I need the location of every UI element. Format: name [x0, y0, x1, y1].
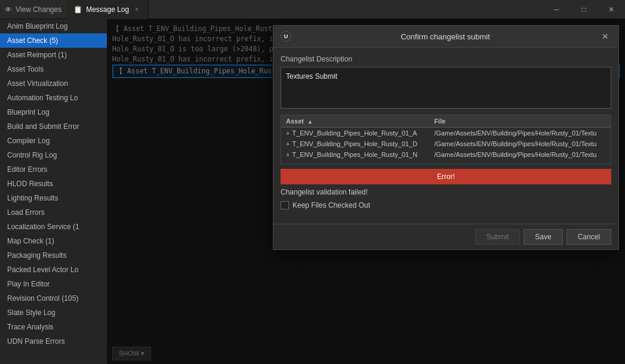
sidebar-item-10[interactable]: Editor Errors	[0, 162, 107, 177]
save-button[interactable]: Save	[524, 229, 562, 245]
sidebar-item-12[interactable]: Lighting Results	[0, 191, 107, 205]
file-cell: /Game/Assets/ENV/Building/Pipes/Hole/Rus…	[429, 149, 611, 160]
window-controls: ─ □ ✕	[543, 0, 625, 19]
tab-close-button[interactable]: ×	[133, 5, 141, 14]
title-bar: 👁 View Changes 📋 Message Log × ─ □ ✕	[0, 0, 625, 19]
add-icon: +	[286, 151, 290, 158]
sidebar-item-18[interactable]: Play In Editor	[0, 277, 107, 291]
table-row[interactable]: +T_ENV_Building_Pipes_Hole_Rusty_01_N /G…	[281, 149, 611, 160]
table-row[interactable]: +T_ENV_Building_Pipes_Hole_Rusty_01_D /G…	[281, 138, 611, 149]
file-column-header[interactable]: File	[429, 115, 611, 128]
sidebar-item-8[interactable]: Compiler Log	[0, 134, 107, 148]
assets-table-container: Asset ▲ File +T_ENV_Building_Pipes_Hole_…	[281, 115, 611, 164]
sidebar-item-21[interactable]: Trace Analysis	[0, 320, 107, 334]
add-icon: +	[286, 140, 290, 147]
file-cell: /Game/Assets/ENV/Building/Pipes/Hole/Rus…	[429, 138, 611, 149]
sidebar-item-17[interactable]: Packed Level Actor Lo	[0, 263, 107, 277]
cancel-button[interactable]: Cancel	[566, 229, 611, 245]
asset-cell: +T_ENV_Building_Pipes_Hole_Rusty_01_A	[281, 128, 429, 139]
sidebar-item-9[interactable]: Control Rig Log	[0, 148, 107, 162]
sidebar-item-0[interactable]: Anim Blueprint Log	[0, 19, 107, 33]
ue-logo: U	[281, 31, 291, 42]
asset-cell: +T_ENV_Building_Pipes_Hole_Rusty_01_N	[281, 149, 429, 160]
doc-icon: 📋	[73, 5, 82, 14]
eye-icon: 👁	[5, 5, 12, 14]
sidebar-item-14[interactable]: Localization Service (1	[0, 220, 107, 234]
sidebar-item-4[interactable]: Asset Virtualization	[0, 76, 107, 91]
modal-footer: Submit Save Cancel	[273, 224, 618, 249]
validation-message: Changelist validation failed!	[281, 188, 611, 196]
file-cell: /Game/Assets/ENV/Building/Pipes/Hole/Rus…	[429, 128, 611, 139]
modal-close-button[interactable]: ✕	[599, 30, 611, 42]
asset-column-header[interactable]: Asset ▲	[281, 115, 429, 128]
keep-files-label: Keep Files Checked Out	[293, 201, 370, 209]
modal-header: U Confirm changelist submit ✕	[273, 26, 618, 48]
changelist-label: Changelist Description	[281, 55, 611, 63]
minimize-button[interactable]: ─	[543, 0, 570, 19]
assets-table: Asset ▲ File +T_ENV_Building_Pipes_Hole_…	[281, 115, 611, 160]
table-header-row: Asset ▲ File	[281, 115, 611, 128]
sidebar-item-3[interactable]: Asset Tools	[0, 62, 107, 76]
keep-files-checkbox[interactable]	[281, 201, 289, 209]
sidebar-item-2[interactable]: Asset Reimport (1)	[0, 48, 107, 62]
modal-overlay: U Confirm changelist submit ✕ Changelist…	[107, 19, 625, 364]
sidebar-item-20[interactable]: Slate Style Log	[0, 306, 107, 320]
error-bar: Error!	[281, 169, 611, 184]
sidebar-item-1[interactable]: Asset Check (5)	[0, 33, 107, 48]
table-row[interactable]: +T_ENV_Building_Pipes_Hole_Rusty_01_A /G…	[281, 128, 611, 139]
keep-files-row: Keep Files Checked Out	[281, 201, 611, 209]
sidebar-item-6[interactable]: Blueprint Log	[0, 105, 107, 119]
confirm-changelist-modal: U Confirm changelist submit ✕ Changelist…	[273, 25, 619, 250]
tab-message-log[interactable]: 📋 Message Log ×	[66, 0, 149, 19]
sidebar-item-19[interactable]: Revision Control (105)	[0, 291, 107, 306]
asset-cell: +T_ENV_Building_Pipes_Hole_Rusty_01_D	[281, 138, 429, 149]
changelist-description[interactable]: Textures Submit	[281, 67, 611, 109]
sidebar-item-16[interactable]: Packaging Results	[0, 248, 107, 263]
tab-view-changes[interactable]: 👁 View Changes	[0, 5, 66, 14]
maximize-button[interactable]: □	[570, 0, 598, 19]
sidebar: Anim Blueprint LogAsset Check (5)Asset R…	[0, 19, 107, 364]
sidebar-item-15[interactable]: Map Check (1)	[0, 234, 107, 248]
modal-title: Confirm changelist submit	[296, 32, 595, 41]
assets-table-body: +T_ENV_Building_Pipes_Hole_Rusty_01_A /G…	[281, 128, 611, 161]
sort-arrow-icon: ▲	[307, 119, 313, 125]
sidebar-item-13[interactable]: Load Errors	[0, 205, 107, 220]
main-layout: Anim Blueprint LogAsset Check (5)Asset R…	[0, 19, 625, 364]
sidebar-item-22[interactable]: UDN Parse Errors	[0, 334, 107, 348]
add-icon: +	[286, 129, 290, 137]
content-area: 【 Asset T_ENV_Building_Pipes_Hole_Rusty_…	[107, 19, 625, 364]
submit-button[interactable]: Submit	[475, 229, 520, 245]
sidebar-item-5[interactable]: Automation Testing Lo	[0, 91, 107, 105]
modal-body: Changelist Description Textures Submit A…	[273, 48, 618, 224]
close-button[interactable]: ✕	[598, 0, 625, 19]
sidebar-item-7[interactable]: Build and Submit Error	[0, 119, 107, 134]
sidebar-item-11[interactable]: HLOD Results	[0, 177, 107, 191]
